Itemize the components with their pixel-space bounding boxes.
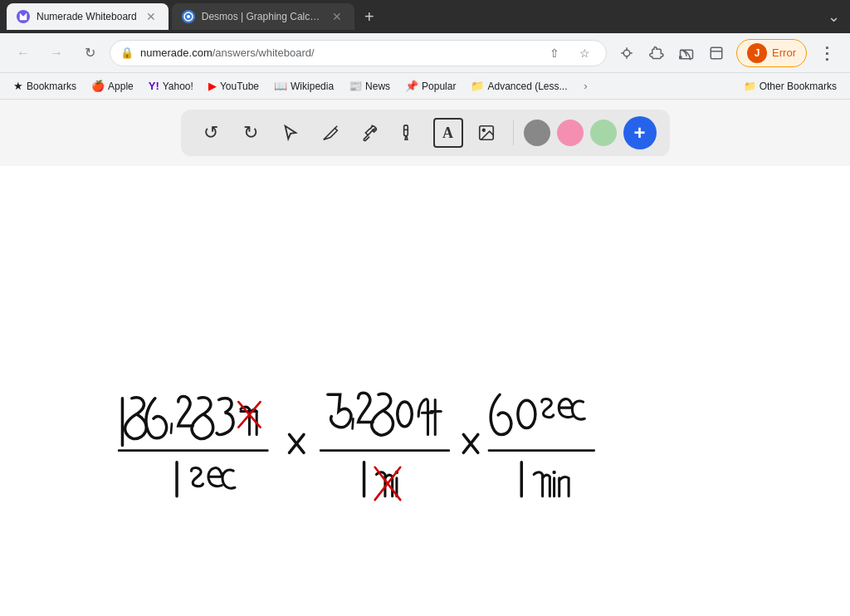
bookmark-bookmarks-label: Bookmarks	[27, 81, 76, 92]
canvas-area[interactable]	[0, 166, 850, 616]
svg-point-13	[518, 400, 535, 428]
svg-point-4	[679, 56, 681, 58]
text-tool-button[interactable]: A	[433, 118, 463, 148]
share-url-button[interactable]: ⇧	[543, 42, 566, 65]
back-button[interactable]: ←	[10, 40, 37, 66]
youtube-icon: ▶	[208, 80, 217, 92]
user-avatar: J	[747, 43, 767, 63]
popular-icon: 📌	[405, 80, 418, 92]
bookmark-yahoo-label: Yahoo!	[163, 81, 193, 92]
yahoo-icon: Y!	[149, 80, 159, 92]
color-gray[interactable]	[524, 120, 550, 146]
image-tool-button[interactable]	[470, 116, 503, 149]
svg-point-10	[398, 402, 412, 427]
browser-toolbar-icons	[613, 40, 730, 66]
add-color-button[interactable]: +	[623, 116, 657, 149]
tab-desmos[interactable]: Desmos | Graphing Calculat... ✕	[172, 3, 354, 30]
forward-button[interactable]: →	[43, 40, 70, 66]
svg-point-8	[482, 129, 485, 131]
bookmark-advanced[interactable]: 📁 Advanced (Less...	[464, 76, 574, 95]
wikipedia-icon: 📖	[274, 80, 287, 92]
undo-button[interactable]: ↺	[194, 116, 227, 149]
url-path: /answers/whiteboard/	[212, 46, 315, 59]
bookmark-apple[interactable]: 🍎 Apple	[85, 76, 140, 95]
bookmark-news-label: News	[365, 81, 390, 92]
other-bookmarks-label: Other Bookmarks	[760, 81, 837, 92]
toolbar-separator-1	[513, 120, 514, 145]
bookmarks-more-button[interactable]: ›	[576, 76, 596, 96]
bookmarks-bar: ★ Bookmarks 🍎 Apple Y! Yahoo! ▶ YouTube …	[0, 73, 850, 100]
svg-point-15	[552, 471, 555, 474]
star-button[interactable]: ☆	[573, 42, 596, 65]
extension-icon-button[interactable]	[643, 40, 670, 66]
bookmark-news[interactable]: 📰 News	[342, 76, 397, 95]
redo-button[interactable]: ↻	[234, 116, 267, 149]
browser-frame: Numerade Whiteboard ✕ Desmos | Graphing …	[0, 0, 850, 616]
whiteboard-canvas	[0, 166, 850, 616]
bookmark-popular-label: Popular	[422, 81, 456, 92]
numerade-favicon	[17, 10, 30, 23]
marker-tool-button[interactable]	[393, 116, 427, 149]
window-icon-button[interactable]	[703, 40, 730, 66]
svg-point-1	[187, 15, 190, 18]
bookmark-apple-label: Apple	[108, 81, 134, 92]
tools-button[interactable]	[354, 116, 387, 149]
tab-desmos-title: Desmos | Graphing Calculat...	[202, 11, 323, 22]
svg-rect-6	[403, 125, 408, 136]
url-domain: numerade.com	[140, 46, 212, 59]
desmos-favicon	[182, 10, 195, 23]
svg-point-2	[623, 50, 630, 56]
tab-numerade-close[interactable]: ✕	[144, 9, 159, 24]
select-tool-button[interactable]	[274, 116, 307, 149]
bookmark-popular[interactable]: 📌 Popular	[398, 76, 462, 95]
lock-icon: 🔒	[120, 46, 134, 59]
title-bar: Numerade Whiteboard ✕ Desmos | Graphing …	[0, 0, 850, 33]
bookmark-youtube[interactable]: ▶ YouTube	[202, 76, 266, 95]
reload-button[interactable]: ↻	[76, 40, 103, 66]
new-tab-button[interactable]: +	[358, 5, 381, 28]
bookmark-advanced-label: Advanced (Less...	[487, 81, 567, 92]
bookmark-youtube-label: YouTube	[220, 81, 259, 92]
cast-icon-button[interactable]	[673, 40, 700, 66]
news-icon: 📰	[349, 80, 362, 92]
color-pink[interactable]	[557, 120, 584, 146]
star-bookmark-icon: ★	[13, 80, 23, 92]
bookmark-other[interactable]: 📁 Other Bookmarks	[737, 77, 843, 95]
other-bookmarks-icon: 📁	[744, 81, 756, 92]
tab-numerade[interactable]: Numerade Whiteboard ✕	[7, 3, 169, 30]
bookmark-wikipedia-label: Wikipedia	[291, 81, 334, 92]
advanced-icon: 📁	[471, 80, 484, 92]
whiteboard-toolbar: ↺ ↻	[0, 100, 850, 166]
bookmark-wikipedia[interactable]: 📖 Wikipedia	[267, 76, 340, 95]
url-bar[interactable]: 🔒 numerade.com/answers/whiteboard/ ⇧ ☆	[110, 40, 607, 66]
avatar-letter: J	[755, 47, 760, 59]
bookmark-yahoo[interactable]: Y! Yahoo!	[142, 76, 200, 95]
tab-desmos-close[interactable]: ✕	[330, 9, 344, 24]
error-button[interactable]: J Error	[736, 39, 807, 67]
bookmark-bookmarks[interactable]: ★ Bookmarks	[7, 76, 83, 95]
error-label: Error	[772, 46, 796, 59]
main-content: ↺ ↻	[0, 100, 850, 616]
tab-numerade-title: Numerade Whiteboard	[37, 11, 137, 22]
draw-tool-button[interactable]	[314, 116, 347, 149]
toolbar-inner: ↺ ↻	[181, 110, 670, 156]
address-bar: ← → ↻ 🔒 numerade.com/answers/whiteboard/…	[0, 33, 850, 73]
more-options-button[interactable]: ⋮	[813, 40, 840, 66]
color-green[interactable]	[590, 120, 617, 146]
tab-menu-button[interactable]: ⌄	[824, 4, 843, 29]
lens-icon-button[interactable]	[613, 40, 640, 66]
apple-icon: 🍎	[91, 80, 105, 92]
svg-rect-5	[711, 47, 722, 59]
url-text: numerade.com/answers/whiteboard/	[140, 46, 536, 59]
